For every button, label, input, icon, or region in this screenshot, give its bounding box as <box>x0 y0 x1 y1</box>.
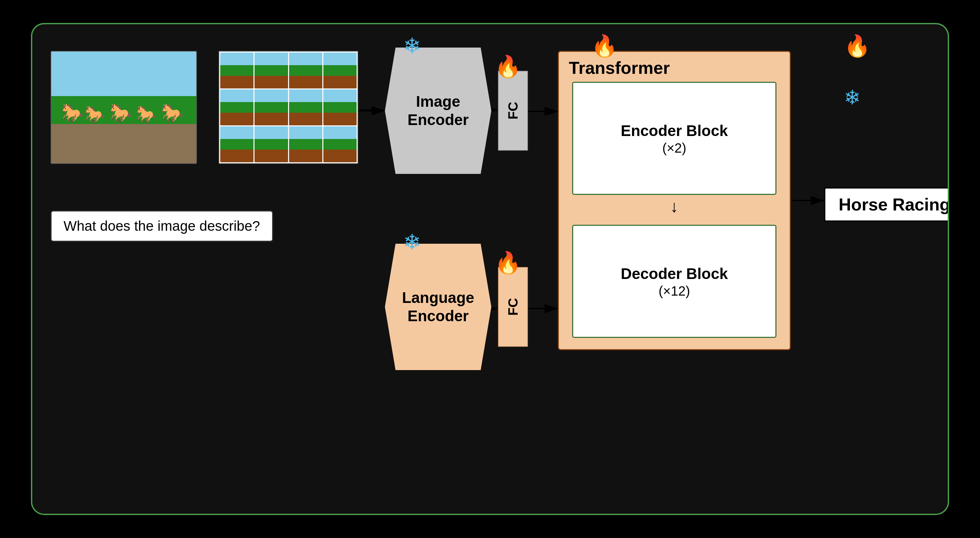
encoder-block-count: (×2) <box>662 141 686 156</box>
grid-cell <box>220 126 253 162</box>
image-grid <box>218 51 358 164</box>
fc-lang-label: FC <box>506 298 520 316</box>
language-encoder-block: Language Encoder <box>385 244 491 370</box>
transformer-arrow: ↓ <box>670 197 679 216</box>
fc-lang-box: FC <box>498 267 528 347</box>
grid-cell <box>255 89 288 125</box>
language-encoder-label: Language Encoder <box>385 289 491 325</box>
image-encoder-label: Image Encoder <box>385 92 491 129</box>
grid-cell <box>289 126 322 162</box>
snowflake-image-encoder-icon: ❄ <box>403 33 421 58</box>
flame-fc-lang-icon: 🔥 <box>495 251 521 275</box>
grid-cell <box>289 89 322 125</box>
horse-image: 🐎 🐎 🐎 🐎 🐎 <box>51 51 197 164</box>
grid-cell <box>323 89 356 125</box>
snowflake-output-icon: ❄ <box>844 86 861 109</box>
decoder-block-label: Decoder Block <box>621 264 728 284</box>
horse-racing-label: Horse Racing <box>838 195 949 214</box>
diagram-container: 🐎 🐎 🐎 🐎 🐎 What does the image describe? … <box>31 23 949 515</box>
horse-racing-output-box: Horse Racing <box>824 187 949 222</box>
grid-cell <box>255 126 288 162</box>
grid-cell <box>255 52 288 89</box>
decoder-block-count: (×12) <box>659 284 690 298</box>
transformer-block: Transformer Encoder Block (×2) ↓ Decoder… <box>558 51 791 350</box>
decoder-block: Decoder Block (×12) <box>572 225 776 338</box>
transformer-title: Transformer <box>569 58 670 78</box>
grid-cell <box>220 52 253 89</box>
question-box: What does the image describe? <box>51 211 273 242</box>
grid-cell <box>220 89 253 125</box>
fc-image-box: FC <box>498 71 528 151</box>
snowflake-lang-encoder-icon: ❄ <box>403 230 421 254</box>
encoder-block: Encoder Block (×2) <box>572 82 776 195</box>
fc-image-label: FC <box>506 102 520 119</box>
grid-cell <box>289 52 322 89</box>
flame-transformer-icon: 🔥 <box>591 33 618 59</box>
encoder-block-label: Encoder Block <box>621 121 728 141</box>
flame-fc-image-icon: 🔥 <box>495 54 521 79</box>
flame-output-icon: 🔥 <box>844 33 870 59</box>
image-encoder-block: Image Encoder <box>385 48 491 174</box>
grid-cell <box>323 52 356 89</box>
grid-cell <box>323 126 356 162</box>
question-text: What does the image describe? <box>64 218 260 234</box>
